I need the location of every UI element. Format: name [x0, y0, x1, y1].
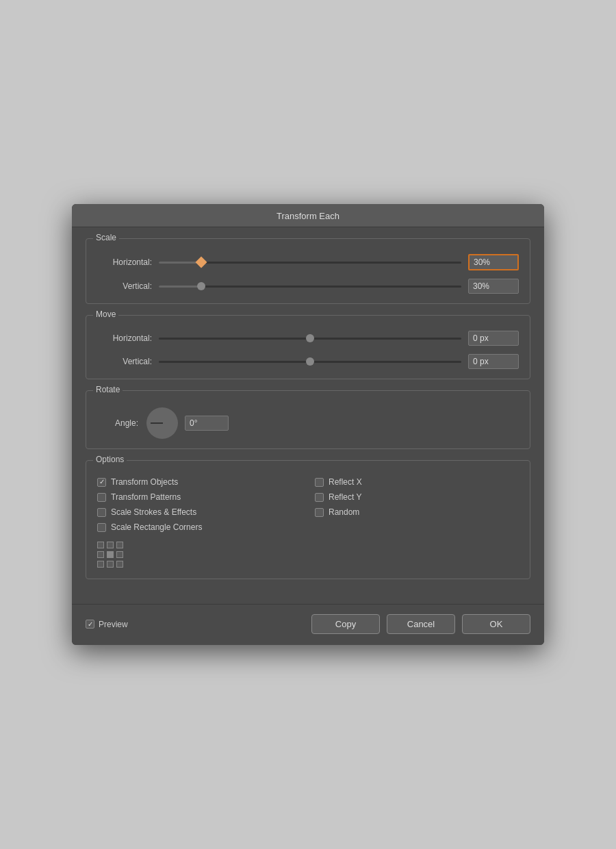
reflect-y-label: Reflect Y	[329, 492, 361, 502]
origin-bl[interactable]	[97, 561, 104, 568]
angle-label: Angle:	[97, 418, 138, 428]
title-bar: Transform Each	[72, 204, 544, 227]
scale-vertical-thumb[interactable]	[197, 282, 205, 290]
random-checkbox[interactable]	[315, 508, 324, 517]
angle-dial[interactable]	[146, 407, 178, 439]
move-horizontal-thumb[interactable]	[306, 334, 314, 342]
scale-corners-label: Scale Rectangle Corners	[111, 522, 202, 532]
bottom-bar: Preview Copy Cancel OK	[72, 604, 544, 645]
rotate-section: Rotate Angle:	[86, 390, 530, 449]
copy-button[interactable]: Copy	[311, 614, 380, 634]
move-vertical-row: Vertical:	[97, 354, 519, 369]
scale-horizontal-slider-wrap[interactable]	[159, 256, 461, 268]
scale-horizontal-row: Horizontal:	[97, 254, 519, 270]
checkbox-random: Random	[315, 507, 519, 517]
scale-horizontal-label: Horizontal:	[97, 257, 152, 267]
origin-mc[interactable]	[107, 551, 114, 558]
reflect-x-checkbox[interactable]	[315, 478, 324, 487]
scale-horizontal-track	[159, 262, 461, 264]
scale-horizontal-thumb[interactable]	[195, 257, 207, 268]
scale-vertical-input[interactable]	[468, 279, 519, 294]
cancel-button[interactable]: Cancel	[387, 614, 455, 634]
origin-tr[interactable]	[116, 542, 123, 548]
transform-objects-label: Transform Objects	[111, 477, 178, 487]
random-label: Random	[329, 507, 359, 517]
transform-objects-checkbox[interactable]	[97, 478, 106, 487]
origin-br[interactable]	[116, 561, 123, 568]
move-vertical-thumb[interactable]	[306, 357, 314, 366]
dialog-title: Transform Each	[277, 211, 339, 221]
preview-checkbox[interactable]	[86, 620, 94, 629]
rotate-label: Rotate	[93, 385, 123, 394]
scale-corners-checkbox[interactable]	[97, 523, 106, 532]
scale-vertical-label: Vertical:	[97, 281, 152, 291]
scale-vertical-row: Vertical:	[97, 279, 519, 294]
move-horizontal-input[interactable]	[468, 331, 519, 346]
preview-label: Preview	[99, 620, 128, 629]
move-horizontal-row: Horizontal:	[97, 331, 519, 346]
origin-mr[interactable]	[116, 551, 123, 558]
options-section: Options Transform Objects Reflect X Tran…	[86, 460, 530, 579]
move-vertical-slider-wrap[interactable]	[159, 355, 461, 368]
transform-each-dialog: Transform Each Scale Horizontal:	[72, 204, 544, 645]
move-label: Move	[93, 309, 118, 319]
checkbox-reflect-y: Reflect Y	[315, 492, 519, 502]
move-horizontal-track	[159, 338, 461, 340]
origin-ml[interactable]	[97, 551, 104, 558]
scale-strokes-checkbox[interactable]	[97, 508, 106, 517]
origin-grid	[97, 542, 519, 569]
origin-tl[interactable]	[97, 542, 104, 548]
scale-vertical-track	[159, 286, 461, 288]
rotate-row: Angle:	[97, 407, 519, 439]
move-vertical-input[interactable]	[468, 354, 519, 369]
scale-label: Scale	[93, 233, 119, 242]
reflect-x-label: Reflect X	[329, 477, 362, 487]
scale-section: Scale Horizontal: Vertical:	[86, 238, 530, 304]
scale-vertical-slider-wrap[interactable]	[159, 280, 461, 292]
move-vertical-track	[159, 361, 461, 363]
move-section: Move Horizontal: Vertical:	[86, 315, 530, 379]
transform-patterns-label: Transform Patterns	[111, 492, 181, 502]
angle-input[interactable]	[185, 416, 229, 431]
checkbox-scale-corners: Scale Rectangle Corners	[97, 522, 301, 532]
move-horizontal-label: Horizontal:	[97, 333, 152, 343]
checkbox-transform-objects: Transform Objects	[97, 477, 301, 487]
ok-button[interactable]: OK	[462, 614, 530, 634]
move-vertical-label: Vertical:	[97, 357, 152, 366]
checkbox-transform-patterns: Transform Patterns	[97, 492, 301, 502]
checkbox-reflect-x: Reflect X	[315, 477, 519, 487]
origin-tc[interactable]	[107, 542, 114, 548]
options-label: Options	[93, 455, 127, 464]
reflect-y-checkbox[interactable]	[315, 493, 324, 502]
preview-row: Preview	[86, 620, 128, 629]
options-grid: Transform Objects Reflect X Transform Pa…	[97, 477, 519, 532]
origin-bc[interactable]	[107, 561, 114, 568]
move-horizontal-slider-wrap[interactable]	[159, 332, 461, 344]
dialog-wrapper: Transform Each Scale Horizontal:	[72, 204, 544, 645]
transform-patterns-checkbox[interactable]	[97, 493, 106, 502]
scale-vertical-fill	[159, 286, 201, 288]
dialog-body: Scale Horizontal: Vertical:	[72, 227, 544, 604]
scale-strokes-label: Scale Strokes & Effects	[111, 507, 196, 517]
scale-horizontal-input[interactable]	[468, 254, 519, 270]
checkbox-scale-strokes: Scale Strokes & Effects	[97, 507, 301, 517]
